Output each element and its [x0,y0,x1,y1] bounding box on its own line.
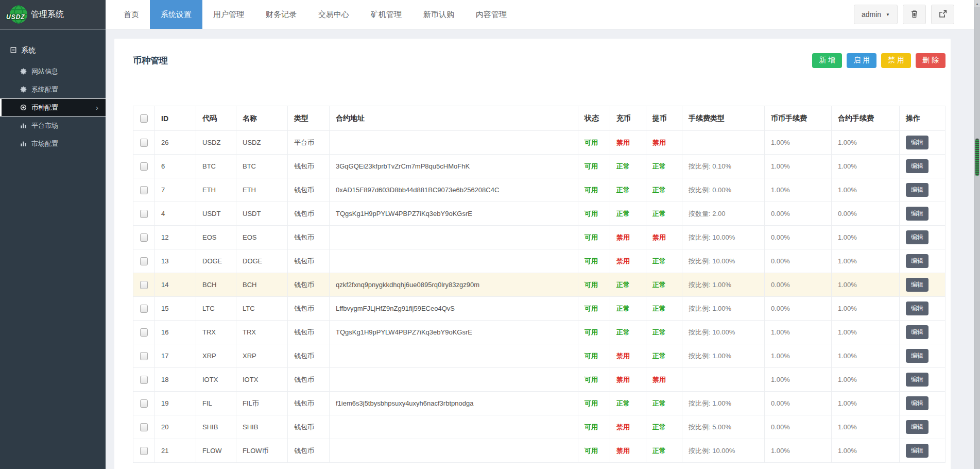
row-checkbox[interactable] [140,186,148,194]
withdraw-badge: 正常 [652,257,666,265]
edit-button[interactable]: 编辑 [906,444,929,458]
cell-coin-fee: 1.00% [765,178,832,202]
topbar: USDZ 管理系统 首页系统设置用户管理财务记录交易中心矿机管理新币认购内容管理… [0,0,980,29]
cell-name: DOGE [236,249,288,273]
trash-button[interactable] [903,5,926,24]
nav-item-home[interactable]: 首页 [113,0,150,29]
row-checkbox[interactable] [140,257,148,265]
coin-management-card: 币种管理 新 增启 用禁 用删 除 ID代码名称类型合约地址状态充币提币手续费类… [114,39,951,469]
scrollbar-up-arrow[interactable]: ▲ [974,0,980,7]
status-badge: 可用 [584,376,598,383]
row-checkbox[interactable] [140,447,148,455]
nav-item-new-coin-subscribe[interactable]: 新币认购 [412,0,465,29]
edit-button[interactable]: 编辑 [906,159,929,173]
status-badge: 可用 [584,328,598,336]
trash-icon [910,10,918,20]
brand-text: USDZ [6,13,25,21]
row-checkbox[interactable] [140,305,148,313]
delete-button[interactable]: 删 除 [916,53,945,68]
nav-item-miner-management[interactable]: 矿机管理 [360,0,412,29]
cell-withdraw: 正常 [646,178,682,202]
nav-item-user-management[interactable]: 用户管理 [202,0,255,29]
edit-button[interactable]: 编辑 [906,207,929,221]
nav-item-finance-records[interactable]: 财务记录 [255,0,307,29]
checkbox-cell [133,155,155,178]
table-row: 21FLOWFLOW币钱包币可用禁用正常按比例: 10.00%1.00%1.00… [133,439,945,463]
sidebar-item-label: 网站信息 [31,67,58,76]
edit-button[interactable]: 编辑 [906,230,929,244]
edit-button[interactable]: 编辑 [906,278,929,292]
row-checkbox[interactable] [140,399,148,408]
sidebar-item-coin-config[interactable]: 币种配置› [0,98,106,116]
checkbox-cell [133,439,155,463]
row-checkbox[interactable] [140,139,148,147]
disable-button[interactable]: 禁 用 [881,53,911,68]
edit-button[interactable]: 编辑 [906,254,929,268]
cell-fee-type: 按比例: 5.00% [682,415,765,439]
cell-status: 可用 [578,249,610,273]
cell-contract-address: 3GqGQEi23kfprbTvZrCm7mP8qu5cHMoFhK [330,155,578,178]
edit-button[interactable]: 编辑 [906,373,929,387]
nav-item-trade-center[interactable]: 交易中心 [307,0,360,29]
cell-id: 14 [155,273,196,297]
row-checkbox[interactable] [140,423,148,431]
row-checkbox[interactable] [140,281,148,289]
cell-contract-fee: 1.00% [832,439,900,463]
cell-coin-fee: 0.00% [765,249,832,273]
cell-code: LTC [196,297,236,321]
row-checkbox[interactable] [140,328,148,337]
cell-name: EOS [236,226,288,249]
cell-code: DOGE [196,249,236,273]
cell-withdraw: 正常 [646,273,682,297]
edit-button[interactable]: 编辑 [906,396,929,410]
sidebar-item-system-config[interactable]: 系统配置 [0,80,106,98]
deposit-badge: 禁用 [616,423,630,431]
cell-contract-fee: 1.00% [832,273,900,297]
cell-type: 钱包币 [288,178,330,202]
cell-id: 19 [155,392,196,415]
select-all-checkbox[interactable] [140,114,148,123]
checkbox-cell [133,131,155,155]
sidebar-section-system[interactable]: 系统 [0,29,106,62]
nav-item-system-settings[interactable]: 系统设置 [150,0,202,29]
row-checkbox[interactable] [140,233,148,242]
cell-type: 钱包币 [288,415,330,439]
add-button[interactable]: 新 增 [812,53,842,68]
sidebar-item-market-config[interactable]: 市场配置 [0,135,106,153]
row-checkbox[interactable] [140,376,148,384]
row-checkbox[interactable] [140,352,148,360]
edit-button[interactable]: 编辑 [906,349,929,363]
nav-item-content-management[interactable]: 内容管理 [465,0,518,29]
cell-contract-fee: 1.00% [832,249,900,273]
admin-dropdown[interactable]: admin ▼ [854,5,898,24]
edit-button[interactable]: 编辑 [906,420,929,434]
deposit-badge: 禁用 [616,376,630,383]
cell-actions: 编辑 [900,415,945,439]
cell-actions: 编辑 [900,249,945,273]
row-checkbox[interactable] [140,162,148,171]
edit-button[interactable]: 编辑 [906,325,929,339]
checkbox-cell [133,392,155,415]
bar-chart-icon [20,122,27,129]
sidebar-item-platform-market[interactable]: 平台市场 [0,116,106,135]
withdraw-badge: 正常 [652,447,666,455]
vertical-scrollbar[interactable]: ▲ [974,0,980,469]
status-badge: 可用 [584,162,598,170]
cell-contract-fee: 1.00% [832,297,900,321]
cell-name: BCH [236,273,288,297]
column-header-code: 代码 [196,106,236,131]
scrollbar-thumb[interactable] [975,138,979,176]
edit-button[interactable]: 编辑 [906,183,929,197]
cell-type: 钱包币 [288,439,330,463]
admin-label: admin [862,10,881,19]
enable-button[interactable]: 启 用 [847,53,876,68]
edit-button[interactable]: 编辑 [906,136,929,149]
cell-name: FIL币 [236,392,288,415]
cell-withdraw: 禁用 [646,131,682,155]
withdraw-badge: 正常 [652,328,666,336]
table-row: 14BCHBCH钱包币qzkf2fxnq9pnygkkdhqhj6ue0895r… [133,273,945,297]
row-checkbox[interactable] [140,210,148,218]
sidebar-item-site-info[interactable]: 网站信息 [0,62,106,80]
logout-button[interactable] [931,5,954,24]
edit-button[interactable]: 编辑 [906,301,929,315]
